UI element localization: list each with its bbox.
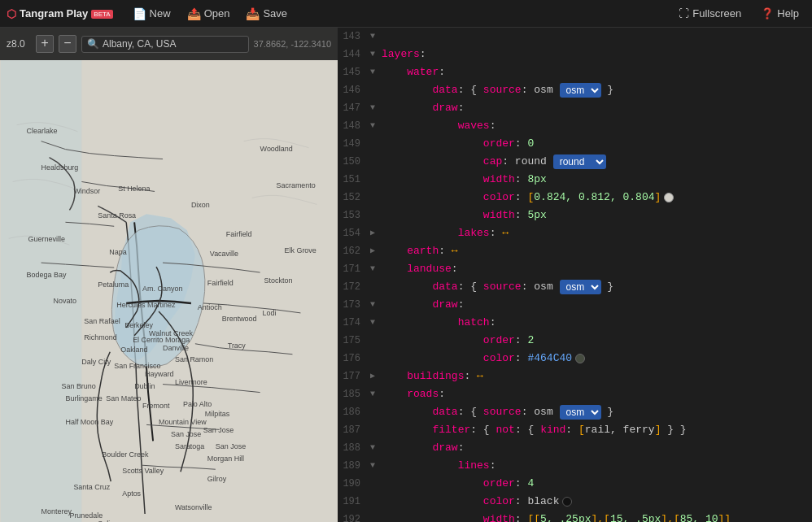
search-input[interactable]: [103, 38, 243, 50]
svg-text:Mountain View: Mountain View: [159, 418, 207, 426]
line-number: 177: [338, 368, 367, 385]
svg-text:Prunedale: Prunedale: [69, 511, 103, 520]
code-line-153: 153 width: 5px: [338, 207, 812, 224]
line-content: lines:: [378, 457, 812, 475]
svg-text:Palo Alto: Palo Alto: [183, 400, 212, 408]
code-line-152: 152 color: [0.824, 0.812, 0.804]: [338, 189, 812, 207]
svg-text:San Jose: San Jose: [171, 430, 201, 438]
fold-arrow[interactable]: [367, 63, 378, 81]
code-line-154: 154 lakes: ↔: [338, 224, 812, 242]
color-swatch-191[interactable]: [562, 497, 572, 507]
fold-arrow[interactable]: [367, 296, 378, 314]
svg-text:Brentwood: Brentwood: [222, 315, 257, 323]
cap-select[interactable]: roundbuttsquare: [553, 154, 606, 169]
svg-text:Hayward: Hayward: [145, 370, 173, 378]
fullscreen-button[interactable]: ⛶ Fullscreen: [672, 4, 748, 23]
color-swatch-176[interactable]: [575, 354, 585, 363]
help-button[interactable]: ❓ Help: [754, 4, 805, 23]
fold-arrow[interactable]: [367, 99, 378, 117]
fold-arrow[interactable]: [367, 260, 378, 278]
code-area: 143 144 layers: 145 water: 146: [338, 28, 812, 522]
code-line-191: 191 color: black: [338, 493, 812, 511]
svg-text:Windsor: Windsor: [73, 187, 100, 195]
code-line-173: 173 draw:: [338, 296, 812, 314]
topbar-right: ⛶ Fullscreen ❓ Help: [672, 4, 805, 23]
search-icon: 🔍: [87, 38, 99, 50]
new-icon: 📄: [133, 7, 146, 20]
line-content: landuse:: [378, 260, 812, 278]
code-line-145: 145 water:: [338, 63, 812, 81]
fold-arrow[interactable]: [367, 314, 378, 332]
svg-text:Novato: Novato: [54, 297, 76, 305]
osm-select-186[interactable]: osm: [560, 405, 601, 420]
svg-text:Scotts Valley: Scotts Valley: [122, 467, 164, 475]
open-icon: 📤: [187, 7, 201, 20]
fold-arrow[interactable]: [367, 439, 378, 457]
zoom-out-button[interactable]: −: [59, 35, 76, 53]
fold-arrow[interactable]: [367, 46, 378, 63]
line-number: 154: [338, 224, 367, 242]
svg-text:Vacaville: Vacaville: [210, 250, 238, 258]
line-number: 173: [338, 296, 367, 314]
svg-text:Bodega Bay: Bodega Bay: [27, 271, 67, 279]
fold-arrow[interactable]: [367, 457, 378, 475]
svg-text:Berkeley: Berkeley: [124, 321, 153, 329]
save-button[interactable]: 📥 Save: [239, 4, 294, 24]
svg-text:Dublin: Dublin: [134, 382, 155, 390]
new-button[interactable]: 📄 New: [126, 4, 177, 24]
fullscreen-icon: ⛶: [679, 7, 689, 20]
topbar: ⬡ Tangram Play BETA 📄 New 📤 Open 📥 Save …: [0, 0, 812, 28]
svg-text:Healdsburg: Healdsburg: [41, 163, 79, 172]
line-number: 190: [338, 475, 367, 493]
code-line-171: 171 landuse:: [338, 260, 812, 278]
code-line-189: 189 lines:: [338, 457, 812, 475]
osm-select-172[interactable]: osm: [560, 280, 601, 294]
line-content: width: 8px: [378, 171, 812, 189]
line-number: 192: [338, 511, 367, 522]
line-content: draw:: [378, 296, 812, 314]
svg-text:Burlingame: Burlingame: [65, 394, 102, 402]
svg-text:Elk Grove: Elk Grove: [285, 246, 317, 254]
svg-text:Lodi: Lodi: [263, 309, 277, 317]
svg-text:San Mateo: San Mateo: [106, 394, 141, 402]
svg-text:Monterey: Monterey: [41, 507, 72, 515]
line-content: roads:: [378, 385, 812, 403]
beta-badge: BETA: [91, 10, 112, 19]
fold-arrow[interactable]: [367, 368, 378, 385]
open-button[interactable]: 📤 Open: [181, 4, 237, 24]
svg-text:Fairfield: Fairfield: [226, 230, 252, 238]
fold-arrow[interactable]: [367, 117, 378, 135]
line-content: hatch:: [378, 314, 812, 332]
map-content: Clearlake Woodland Sacramento Healdsburg…: [0, 60, 338, 522]
map-panel: z8.0 + − 🔍 37.8662, -122.3410: [0, 28, 338, 522]
osm-select-146[interactable]: osm: [560, 83, 601, 98]
fold-arrow[interactable]: [367, 242, 378, 260]
code-line-150: 150 cap: round roundbuttsquare: [338, 153, 812, 171]
line-content: width: [[5, .25px],[15, .5px],[85, 10]]: [378, 511, 812, 522]
search-box[interactable]: 🔍: [81, 36, 249, 53]
code-line-192: 192 width: [[5, .25px],[15, .5px],[85, 1…: [338, 511, 812, 522]
fold-arrow[interactable]: [367, 28, 378, 46]
line-number: 151: [338, 171, 367, 189]
line-number: 187: [338, 421, 367, 439]
fold-arrow[interactable]: [367, 224, 378, 242]
line-number: 174: [338, 314, 367, 332]
line-number: 162: [338, 242, 367, 260]
svg-text:Santa Rosa: Santa Rosa: [98, 211, 136, 220]
code-line-175: 175 order: 2: [338, 332, 812, 350]
code-line-172: 172 data: { source: osm osm }: [338, 278, 812, 296]
code-line-149: 149 order: 0: [338, 135, 812, 153]
line-number: 148: [338, 117, 367, 135]
line-content: cap: round roundbuttsquare: [378, 153, 812, 171]
line-number: 188: [338, 439, 367, 457]
line-content: data: { source: osm osm }: [378, 278, 812, 296]
line-content: layers:: [378, 46, 812, 63]
code-line-162: 162 earth: ↔: [338, 242, 812, 260]
zoom-in-button[interactable]: +: [36, 35, 54, 53]
svg-text:San Francisco: San Francisco: [114, 362, 160, 370]
fold-arrow[interactable]: [367, 385, 378, 403]
color-swatch-152[interactable]: [664, 193, 674, 202]
svg-text:Richmond: Richmond: [84, 333, 116, 341]
line-content: order: 2: [378, 332, 812, 350]
line-number: 191: [338, 493, 367, 511]
